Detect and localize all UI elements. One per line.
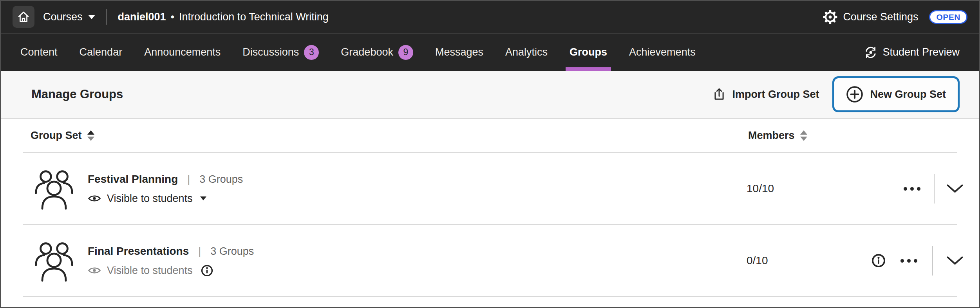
column-header-members[interactable]: Members xyxy=(748,130,807,142)
import-group-set-label: Import Group Set xyxy=(732,88,819,101)
eye-icon xyxy=(88,194,101,203)
gear-icon xyxy=(823,10,837,24)
members-count: 10/10 xyxy=(747,182,774,195)
tab-gradebook[interactable]: Gradebook 9 xyxy=(341,34,413,71)
course-title: daniel001 • Introduction to Technical Wr… xyxy=(118,11,329,23)
page-title: Manage Groups xyxy=(31,87,123,101)
expand-chevron-down-icon[interactable] xyxy=(946,256,964,266)
actions-divider xyxy=(934,174,935,204)
tab-messages[interactable]: Messages xyxy=(435,34,483,71)
members-count: 0/10 xyxy=(747,254,768,267)
pipe-separator: | xyxy=(187,173,190,186)
course-name: Introduction to Technical Writing xyxy=(179,11,329,23)
row-divider xyxy=(23,296,957,297)
options-menu-icon[interactable] xyxy=(902,183,922,195)
expand-chevron-down-icon[interactable] xyxy=(946,184,964,194)
chevron-down-icon xyxy=(88,15,95,19)
student-preview-label: Student Preview xyxy=(882,46,960,58)
page-header: Manage Groups Import Group Set New Group… xyxy=(1,71,979,119)
course-id: daniel001 xyxy=(118,11,166,23)
tab-analytics[interactable]: Analytics xyxy=(505,34,548,71)
student-preview-button[interactable]: Student Preview xyxy=(864,34,960,71)
home-button[interactable] xyxy=(13,6,34,28)
manage-groups-page: Courses daniel001 • Introduction to Tech… xyxy=(0,0,980,308)
course-nav: Content Calendar Announcements Discussio… xyxy=(1,33,979,71)
tab-content[interactable]: Content xyxy=(20,34,58,71)
group-set-name[interactable]: Festival Planning xyxy=(88,173,178,186)
tab-discussions[interactable]: Discussions 3 xyxy=(242,34,319,71)
visibility-dropdown[interactable]: Visible to students xyxy=(88,193,243,205)
course-settings-button[interactable]: Course Settings xyxy=(823,10,918,24)
sort-arrows-icon xyxy=(87,130,94,141)
groups-count: 3 Groups xyxy=(210,245,254,258)
group-set-row-festival-planning: Festival Planning | 3 Groups Visible to … xyxy=(1,153,979,225)
dot-separator: • xyxy=(171,11,174,23)
options-menu-icon[interactable] xyxy=(899,255,919,267)
courses-menu[interactable]: Courses xyxy=(43,11,95,23)
top-bar: Courses daniel001 • Introduction to Tech… xyxy=(1,1,979,33)
discussions-count-badge: 3 xyxy=(304,45,319,60)
actions-divider xyxy=(932,246,933,276)
info-circle-icon[interactable] xyxy=(201,265,213,277)
tab-calendar[interactable]: Calendar xyxy=(80,34,123,71)
upload-icon xyxy=(712,88,726,101)
tab-groups[interactable]: Groups xyxy=(570,34,607,71)
gradebook-count-badge: 9 xyxy=(398,45,413,60)
info-circle-icon[interactable] xyxy=(872,254,886,268)
visibility-label: Visible to students xyxy=(107,193,193,205)
visibility-label: Visible to students xyxy=(107,265,193,277)
people-icon xyxy=(34,239,74,282)
group-set-name[interactable]: Final Presentations xyxy=(88,245,189,258)
groups-count: 3 Groups xyxy=(199,173,243,186)
tab-announcements[interactable]: Announcements xyxy=(144,34,221,71)
new-group-set-label: New Group Set xyxy=(870,88,946,101)
plus-circle-icon xyxy=(846,86,863,103)
visibility-status: Visible to students xyxy=(88,265,254,277)
course-settings-label: Course Settings xyxy=(843,11,918,23)
chevron-down-icon xyxy=(200,196,206,200)
tab-achievements[interactable]: Achievements xyxy=(629,34,696,71)
sync-icon xyxy=(864,46,877,59)
pipe-separator: | xyxy=(198,245,201,258)
column-header-group-set[interactable]: Group Set xyxy=(31,130,94,142)
eye-icon xyxy=(88,266,101,275)
home-icon xyxy=(17,11,30,23)
new-group-set-button[interactable]: New Group Set xyxy=(832,76,960,112)
import-group-set-button[interactable]: Import Group Set xyxy=(712,88,819,101)
open-status-badge[interactable]: OPEN xyxy=(929,10,967,24)
topbar-divider xyxy=(106,9,107,25)
groups-table-header: Group Set Members xyxy=(1,119,979,153)
courses-label: Courses xyxy=(43,11,83,23)
people-icon xyxy=(34,167,74,210)
group-set-row-final-presentations: Final Presentations | 3 Groups Visible t… xyxy=(1,225,979,297)
sort-arrows-icon xyxy=(800,130,807,141)
